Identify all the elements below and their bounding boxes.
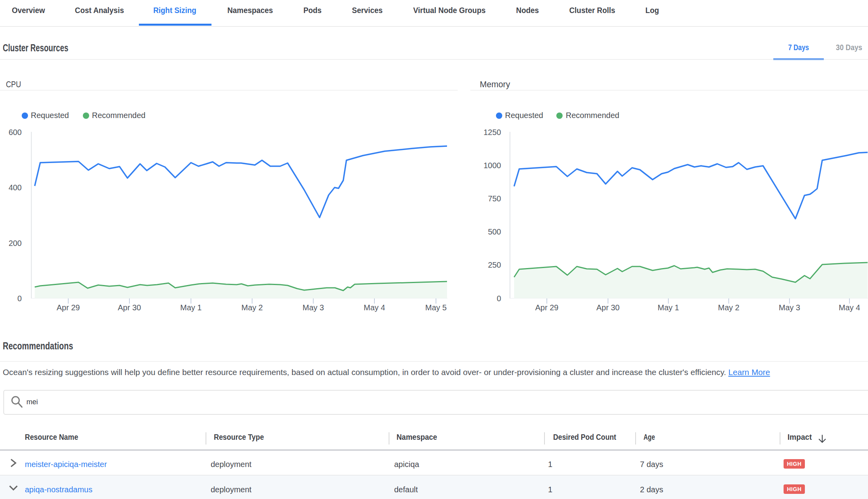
- svg-text:1250: 1250: [484, 128, 501, 137]
- svg-text:Apr 29: Apr 29: [57, 303, 80, 312]
- svg-text:600: 600: [9, 128, 22, 137]
- svg-text:May 4: May 4: [364, 303, 385, 312]
- svg-text:250: 250: [488, 261, 501, 269]
- svg-text:0: 0: [17, 294, 22, 303]
- svg-text:750: 750: [488, 194, 501, 203]
- svg-text:Apr 29: Apr 29: [535, 303, 559, 312]
- svg-text:1000: 1000: [484, 161, 501, 170]
- svg-text:May 1: May 1: [180, 303, 202, 312]
- svg-text:May 5: May 5: [425, 303, 447, 312]
- svg-text:May 2: May 2: [241, 303, 263, 312]
- svg-text:May 2: May 2: [718, 303, 739, 312]
- svg-text:0: 0: [497, 294, 501, 303]
- svg-text:Apr 30: Apr 30: [597, 303, 620, 312]
- svg-text:200: 200: [9, 239, 22, 248]
- svg-text:May 1: May 1: [658, 303, 679, 312]
- svg-text:500: 500: [488, 227, 501, 236]
- svg-text:400: 400: [9, 183, 22, 192]
- svg-text:May 3: May 3: [779, 303, 800, 312]
- svg-text:May 3: May 3: [303, 303, 324, 312]
- svg-text:Apr 30: Apr 30: [118, 303, 141, 312]
- svg-text:May 4: May 4: [839, 303, 860, 312]
